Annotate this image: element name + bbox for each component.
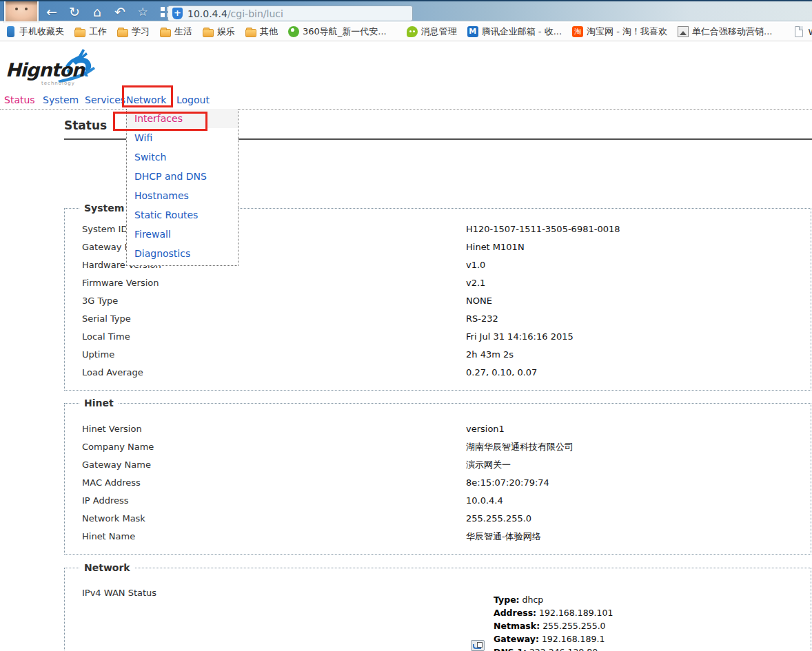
folder-icon	[203, 29, 214, 37]
dropdown-item-dhcp-dns[interactable]: DHCP and DNS	[127, 167, 238, 186]
wan-detail-line: Netmask: 255.255.255.0	[494, 619, 613, 632]
wan-status-block: eth1 Type: dhcp Address: 192.168.189.101…	[467, 593, 613, 651]
folder-icon	[74, 29, 85, 37]
bookmark-folder-study[interactable]: 学习	[117, 25, 150, 38]
content-area: Status System System IDH120-1507-1511-35…	[0, 109, 812, 651]
table-row: Hinet Name华辰智通-体验网络	[65, 528, 811, 546]
dropdown-item-switch[interactable]: Switch	[127, 147, 238, 167]
bookmark-phone-favorites[interactable]: 手机收藏夹	[6, 25, 64, 38]
home-icon[interactable]: ⌂	[90, 3, 105, 20]
bookmark-message-manager[interactable]: 消息管理	[407, 25, 457, 38]
hignton-logo: Hignton technology	[6, 50, 109, 88]
logo-subtitle: technology	[41, 81, 75, 86]
table-row: 3G TypeNONE	[65, 292, 811, 310]
star-icon[interactable]: ☆	[135, 3, 150, 20]
phone-icon	[7, 26, 14, 37]
menu-item-status[interactable]: Status	[4, 94, 35, 105]
dropdown-item-diagnostics[interactable]: Diagnostics	[127, 244, 238, 263]
wan-detail-line: Address: 192.168.189.101	[494, 606, 613, 619]
network-section-legend: Network	[80, 562, 134, 573]
wan-detail-line: Type: dhcp	[494, 593, 613, 606]
page-icon	[795, 26, 803, 37]
table-row: Local TimeFri Jul 31 14:16:16 2015	[65, 328, 811, 346]
annotation-box-network	[122, 85, 173, 107]
table-row: Uptime2h 43m 2s	[65, 346, 811, 364]
bookmark-folder-entertainment[interactable]: 娱乐	[203, 25, 235, 38]
bookmark-tencent-mail[interactable]: M 腾讯企业邮箱 - 收...	[467, 25, 562, 38]
refresh-icon[interactable]: ↻	[67, 3, 82, 20]
360-icon	[288, 26, 299, 37]
table-row: Firmware Versionv2.1	[65, 274, 811, 292]
address-bar[interactable]: 10.0.4.4/cgi-bin/luci	[168, 6, 413, 21]
back-icon[interactable]: ←	[44, 3, 59, 20]
table-row: Serial TypeRS-232	[65, 310, 811, 328]
user-avatar[interactable]	[4, 1, 39, 23]
folder-icon	[245, 29, 256, 37]
wan-detail-line: DNS 1: 222.246.129.80	[494, 645, 613, 651]
table-row: Company Name湖南华辰智通科技有限公司	[65, 438, 811, 456]
network-dropdown-menu: Interfaces Wifi Switch DHCP and DNS Host…	[126, 109, 238, 266]
router-admin-page: Hignton technology Status System Service…	[0, 42, 812, 651]
bookmark-folder-other[interactable]: 其他	[245, 25, 278, 38]
system-section-legend: System	[80, 203, 128, 214]
chat-icon	[407, 26, 418, 37]
hinet-section-legend: Hinet	[80, 397, 118, 409]
table-row: Gateway Name演示网关一	[65, 456, 811, 474]
bookmark-360-nav[interactable]: 360导航_新一代安...	[288, 25, 387, 38]
annotation-box-interfaces	[113, 112, 207, 131]
table-row: IP Address10.0.4.4	[65, 492, 811, 510]
image-icon	[678, 26, 689, 37]
dropdown-item-static-routes[interactable]: Static Routes	[127, 205, 238, 225]
browser-toolbar: ← ↻ ⌂ ↶ ☆ 10.0.4.4/cgi-bin/luci	[0, 0, 812, 21]
wan-status-label: IPv4 WAN Status	[82, 588, 156, 598]
table-row: MAC Address8e:15:07:20:79:74	[65, 474, 811, 492]
bookmark-folder-life[interactable]: 生活	[160, 25, 192, 38]
bookmark-taobao[interactable]: 淘 淘宝网 - 淘！我喜欢	[572, 25, 667, 38]
menu-item-logout[interactable]: Logout	[176, 94, 210, 105]
table-row: Network Mask255.255.255.0	[65, 510, 811, 528]
undo-icon[interactable]: ↶	[112, 3, 128, 20]
menu-item-services[interactable]: Services	[85, 94, 125, 105]
dropdown-item-wifi[interactable]: Wifi	[127, 128, 238, 147]
url-text: 10.0.4.4/cgi-bin/luci	[187, 8, 283, 19]
table-row: Load Average0.27, 0.10, 0.07	[65, 364, 811, 382]
bookmark-shanren-marketing[interactable]: 单仁合强移动营销...	[678, 25, 772, 38]
bookmark-folder-work[interactable]: 工作	[74, 25, 107, 38]
table-row: Hinet Versionversion1	[65, 420, 811, 438]
site-safety-shield-icon[interactable]	[172, 8, 183, 19]
menu-item-system[interactable]: System	[43, 94, 79, 105]
folder-icon	[117, 29, 128, 37]
folder-icon	[160, 29, 171, 37]
bookmark-wisecrm[interactable]: WiseCRM NBS - ...	[793, 26, 812, 37]
network-section: Network IPv4 WAN Status eth1 Type: dhcp …	[64, 568, 811, 651]
wan-detail-line: Gateway: 192.168.189.1	[494, 632, 613, 645]
ethernet-port-icon	[471, 640, 485, 651]
hinet-section: Hinet Hinet Versionversion1 Company Name…	[64, 403, 811, 555]
logo-wordmark: Hignton	[6, 59, 84, 81]
dropdown-item-hostnames[interactable]: Hostnames	[127, 186, 238, 205]
bookmarks-bar: 手机收藏夹 工作 学习 生活 娱乐 其他 360导航_新一代安... 消息管理 …	[0, 23, 812, 41]
dropdown-item-firewall[interactable]: Firewall	[127, 225, 238, 244]
mail-icon: M	[467, 26, 478, 37]
taobao-icon: 淘	[572, 26, 583, 37]
